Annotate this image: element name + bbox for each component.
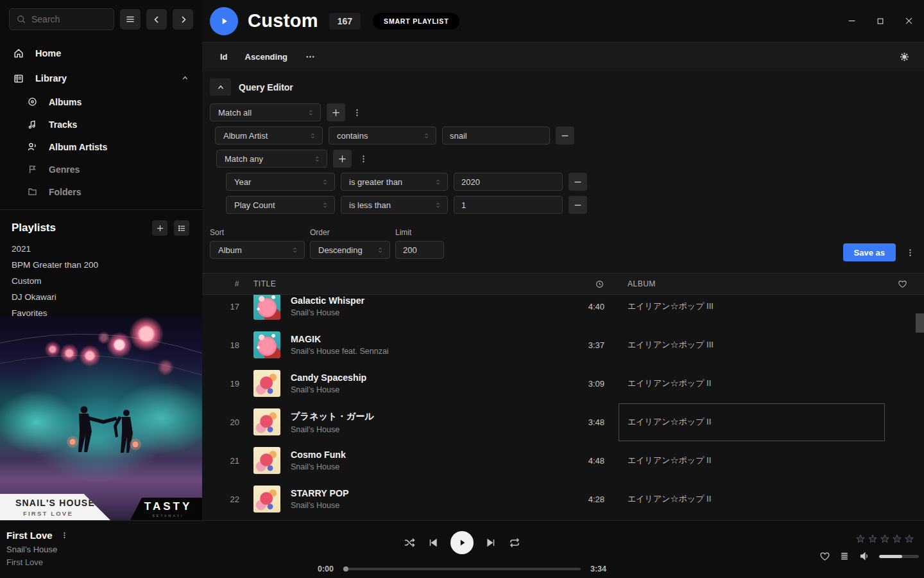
sidebar-item-label: Tracks [49,119,77,130]
table-row[interactable]: 19 Candy SpaceshipSnail’s House 3:09 エイリ… [202,364,924,403]
menu-icon [125,14,135,24]
rule-operator-select[interactable]: is greater than [341,173,448,191]
play-playlist-button[interactable] [210,7,238,35]
sidebar-item-label: Genres [49,164,80,175]
scrollbar-thumb[interactable] [916,313,924,333]
column-header-title[interactable]: TITLE [253,279,527,288]
more-vertical-icon[interactable] [59,531,70,539]
playlist-list-button[interactable] [174,220,189,236]
track-number: 22 [230,495,239,504]
maximize-button[interactable] [876,17,885,26]
rule-field-select[interactable]: Album Artist [215,127,323,144]
sort-select[interactable]: Album [210,241,305,259]
seek-knob[interactable] [343,566,348,572]
rule-operator-select[interactable]: contains [329,127,436,144]
sort-order-button[interactable]: Ascending [245,52,287,62]
star-icon[interactable] [868,534,878,544]
table-row[interactable]: 20 プラネット・ガールSnail’s House 3:48 エイリアン☆ポップ… [202,403,924,441]
star-icon[interactable] [880,534,890,544]
select-value: Album Artist [223,131,268,141]
more-horizontal-icon[interactable] [305,51,316,62]
sidebar-item-home[interactable]: Home [13,40,189,66]
plus-icon [156,224,164,232]
star-icon[interactable] [904,534,914,544]
seek-bar[interactable] [343,568,581,570]
rule-value-input[interactable] [442,127,550,144]
gear-icon[interactable] [899,51,910,62]
volume-slider[interactable] [879,555,919,558]
sidebar-item-genres[interactable]: Genres [27,158,189,180]
remove-rule-button[interactable] [556,127,574,144]
close-button[interactable] [904,16,914,26]
search-field[interactable] [31,14,107,24]
star-icon[interactable] [855,534,866,544]
chevron-up-icon [216,83,225,92]
menu-button[interactable] [120,9,141,30]
album-art-title: FIRST LOVE [15,510,110,517]
add-playlist-button[interactable] [152,220,167,236]
nav-forward-button[interactable] [173,9,193,30]
rule-field-select[interactable]: Year [226,173,335,191]
playlist-item[interactable]: 2021 [0,241,202,257]
select-value: Descending [318,245,363,255]
repeat-icon[interactable] [508,536,521,549]
order-select[interactable]: Descending [310,241,390,259]
now-playing-track[interactable]: First Love [6,530,53,541]
match-type-select-2[interactable]: Match any [216,150,327,168]
sidebar-item-albums[interactable]: Albums [27,91,189,113]
favorite-heart-icon[interactable] [819,551,830,562]
sidebar-item-tracks[interactable]: Tracks [27,113,189,136]
match-type-select-1[interactable]: Match all [210,103,321,121]
column-header-index[interactable]: # [235,279,239,288]
sort-field-button[interactable]: Id [220,52,228,62]
skip-forward-icon[interactable] [485,537,497,548]
shuffle-icon[interactable] [403,536,416,549]
track-title: STARRY POP [291,488,527,498]
rule-value-input[interactable] [454,196,563,214]
chevron-up-icon[interactable] [181,74,189,82]
play-button[interactable] [450,531,474,554]
table-row[interactable]: 18 MAGIKSnail’s House feat. Sennzai 3:37… [202,326,924,364]
track-artist: Snail’s House [291,425,527,434]
limit-input[interactable] [395,241,444,259]
add-rule-button-1[interactable] [327,103,345,121]
skip-back-icon[interactable] [427,537,439,548]
playlist-item[interactable]: DJ Okawari [0,289,202,305]
column-header-album[interactable]: ALBUM [628,279,884,288]
collapse-query-editor-button[interactable] [210,78,231,96]
rule-operator-select[interactable]: is less than [341,196,448,214]
track-album: エイリアン☆ポップ III [628,339,884,351]
add-rule-button-2[interactable] [333,150,352,168]
more-vertical-icon[interactable] [904,248,916,258]
heart-icon[interactable] [898,279,924,289]
clock-icon[interactable] [595,279,604,289]
sidebar-item-library[interactable]: Library [13,66,189,91]
smart-playlist-badge: SMART PLAYLIST [373,13,459,30]
queue-icon[interactable] [839,551,850,561]
more-vertical-icon[interactable] [357,154,370,164]
playlist-item[interactable]: BPM Greater than 200 [0,257,202,273]
select-value: Album [218,245,242,255]
nav-back-button[interactable] [146,9,167,30]
remove-rule-button[interactable] [569,173,587,191]
rule-value-input[interactable] [454,173,563,191]
search-input[interactable] [9,8,114,30]
volume-icon[interactable] [859,550,870,562]
minus-icon [560,131,570,141]
sidebar-item-album-artists[interactable]: Album Artists [27,136,189,158]
save-as-button[interactable]: Save as [843,243,896,261]
table-row[interactable]: 21 Cosmo FunkSnail’s House 4:48 エイリアン☆ポッ… [202,441,924,480]
table-row[interactable]: 17 Galactic WhisperSnail’s House 4:40 エイ… [202,295,924,326]
track-number: 17 [230,302,239,311]
track-artist: Snail’s House [291,501,527,510]
more-vertical-icon[interactable] [351,108,363,118]
playlist-item[interactable]: Custom [0,273,202,289]
now-playing-artist[interactable]: Snail’s House [6,545,70,554]
sidebar-item-folders[interactable]: Folders [27,180,189,203]
album-thumbnail [253,408,280,435]
minimize-button[interactable] [847,16,857,26]
star-icon[interactable] [892,534,902,544]
remove-rule-button[interactable] [569,196,587,214]
table-row[interactable]: 22 STARRY POPSnail’s House 4:28 エイリアン☆ポッ… [202,480,924,518]
rule-field-select[interactable]: Play Count [226,196,335,214]
